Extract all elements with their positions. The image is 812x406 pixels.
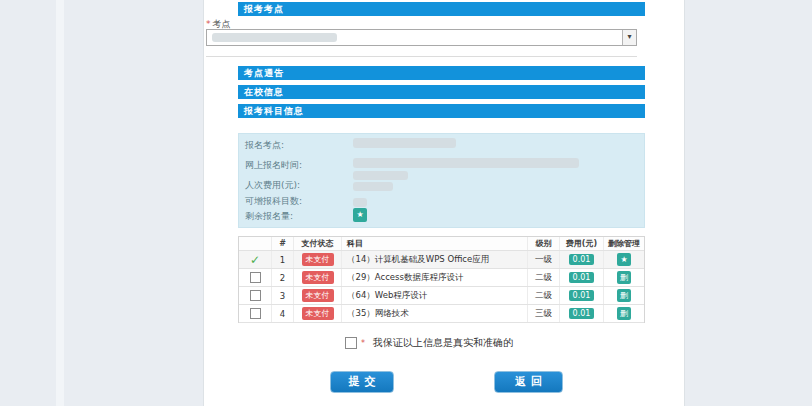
agreement-text: 我保证以上信息是真实和准确的 bbox=[373, 336, 513, 350]
redacted-registration-time-value2 bbox=[353, 171, 408, 180]
subject-name: （64）Web程序设计 bbox=[341, 287, 527, 304]
page: 报考考点 *考点 ▾ 考点通告 在校信息 报考科目信息 报名考点: 网上报名时间… bbox=[0, 0, 812, 406]
fee-badge: 0.01 bbox=[569, 272, 595, 283]
info-label-fee-per-person: 人次费用(元): bbox=[245, 179, 300, 192]
row-checkbox[interactable] bbox=[250, 290, 261, 301]
subject-level: 二级 bbox=[527, 269, 559, 286]
table-row: 4 未支付 （35）网络技术 三级 0.01 删 bbox=[239, 305, 644, 323]
delete-icon[interactable]: 删 bbox=[617, 289, 631, 302]
required-mark: * bbox=[206, 19, 211, 29]
header-fee: 费用(元) bbox=[559, 237, 603, 250]
section-bar-school-info-label: 在校信息 bbox=[244, 87, 284, 97]
subject-level: 二级 bbox=[527, 287, 559, 304]
fee-badge: 0.01 bbox=[569, 254, 595, 265]
check-icon: ✓ bbox=[250, 253, 260, 267]
info-label-exam-site: 报名考点: bbox=[245, 139, 284, 152]
subject-name: （29）Access数据库程序设计 bbox=[341, 269, 527, 286]
section-bar-notice-label: 考点通告 bbox=[244, 68, 284, 78]
row-checkbox[interactable] bbox=[250, 308, 261, 319]
delete-icon[interactable]: 删 bbox=[617, 307, 631, 320]
table-row: ✓ 1 未支付 （14）计算机基础及WPS Office应用 一级 0.01 ★ bbox=[239, 251, 644, 269]
header-delete: 删除管理 bbox=[603, 237, 644, 250]
agreement-checkbox[interactable] bbox=[345, 337, 357, 349]
info-label-addable-subjects: 可增报科目数: bbox=[245, 195, 302, 208]
section-bar-notice[interactable]: 考点通告 bbox=[238, 66, 645, 80]
subject-level: 一级 bbox=[527, 251, 559, 268]
left-gutter bbox=[56, 0, 64, 406]
agreement-required-mark: * bbox=[361, 339, 365, 348]
row-num: 2 bbox=[271, 269, 293, 286]
pay-status-badge: 未支付 bbox=[302, 271, 334, 284]
redacted-exam-site-value bbox=[353, 138, 456, 148]
header-pay-status: 支付状态 bbox=[293, 237, 341, 250]
delete-icon[interactable]: 删 bbox=[617, 271, 631, 284]
table-row: 2 未支付 （29）Access数据库程序设计 二级 0.01 删 bbox=[239, 269, 644, 287]
header-select-col bbox=[239, 237, 271, 250]
pay-status-badge: 未支付 bbox=[302, 307, 334, 320]
exam-site-select[interactable]: ▾ bbox=[206, 29, 637, 46]
fee-badge: 0.01 bbox=[569, 308, 595, 319]
redacted-registration-time-value bbox=[353, 158, 579, 168]
header-num: # bbox=[271, 237, 293, 250]
table-row: 3 未支付 （64）Web程序设计 二级 0.01 删 bbox=[239, 287, 644, 305]
submit-button[interactable]: 提交 bbox=[330, 371, 394, 393]
section-bar-subject-info-label: 报考科目信息 bbox=[244, 106, 304, 116]
registration-info-panel: 报名考点: 网上报名时间: 人次费用(元): 可增报科目数: 剩余报名量: ★ bbox=[238, 133, 645, 228]
pay-status-badge: 未支付 bbox=[302, 253, 334, 266]
agreement-row: * 我保证以上信息是真实和准确的 bbox=[345, 336, 513, 350]
redacted-select-value bbox=[212, 33, 337, 42]
divider bbox=[206, 56, 637, 57]
lock-icon[interactable]: ★ bbox=[617, 253, 631, 266]
view-quota-icon[interactable]: ★ bbox=[353, 208, 367, 222]
row-num: 1 bbox=[271, 251, 293, 268]
chevron-down-icon[interactable]: ▾ bbox=[622, 30, 636, 45]
subject-name: （35）网络技术 bbox=[341, 305, 527, 322]
back-button[interactable]: 返回 bbox=[494, 371, 563, 393]
pay-status-badge: 未支付 bbox=[302, 289, 334, 302]
row-num: 4 bbox=[271, 305, 293, 322]
info-label-remaining-quota: 剩余报名量: bbox=[245, 210, 293, 223]
row-checkbox[interactable] bbox=[250, 272, 261, 283]
fee-badge: 0.01 bbox=[569, 290, 595, 301]
table-header-row: # 支付状态 科目 级别 费用(元) 删除管理 bbox=[239, 237, 644, 251]
section-header-label: 报考考点 bbox=[244, 4, 284, 14]
redacted-addable-subjects-value bbox=[353, 198, 367, 207]
section-bar-subject-info[interactable]: 报考科目信息 bbox=[238, 104, 645, 118]
subjects-table: # 支付状态 科目 级别 费用(元) 删除管理 ✓ 1 未支付 （14）计算机基… bbox=[238, 236, 645, 323]
header-subject: 科目 bbox=[341, 237, 527, 250]
info-label-registration-time: 网上报名时间: bbox=[245, 159, 302, 172]
redacted-fee-value bbox=[353, 182, 393, 191]
subject-name: （14）计算机基础及WPS Office应用 bbox=[341, 251, 527, 268]
header-level: 级别 bbox=[527, 237, 559, 250]
section-bar-school-info[interactable]: 在校信息 bbox=[238, 85, 645, 99]
row-num: 3 bbox=[271, 287, 293, 304]
subject-level: 三级 bbox=[527, 305, 559, 322]
section-header-exam-site: 报考考点 bbox=[238, 2, 645, 16]
